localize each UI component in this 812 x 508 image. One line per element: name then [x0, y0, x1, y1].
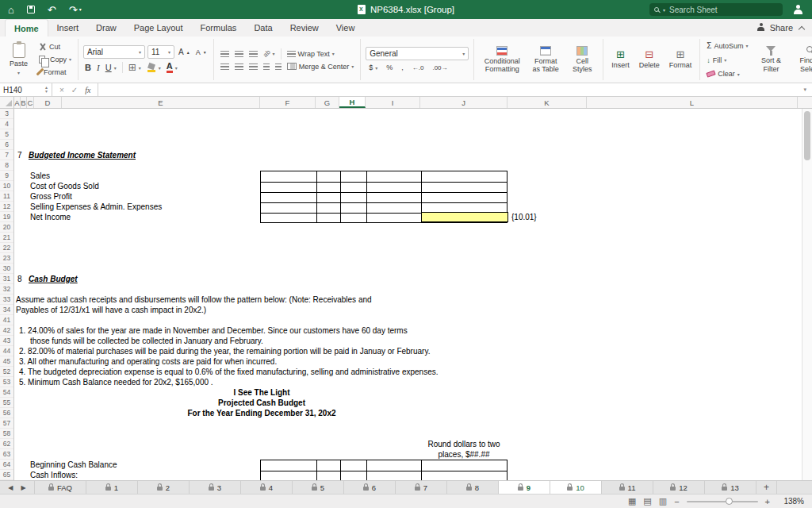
shrink-font-button[interactable]: A▼	[194, 48, 209, 57]
cell-net-income[interactable]: Net Income	[30, 212, 71, 222]
sheet-tab-3[interactable]: 3	[190, 481, 241, 494]
prev-sheet-arrow[interactable]: ◀	[8, 484, 13, 491]
column-header-K[interactable]: K	[508, 97, 587, 108]
column-header-L[interactable]: L	[587, 97, 798, 108]
font-family-select[interactable]: Arial▾	[83, 45, 145, 59]
fill-button[interactable]: ↓Fill▾	[705, 56, 749, 65]
search-dropdown-icon[interactable]: ▾	[663, 7, 665, 13]
sheet-tab-4[interactable]: 4	[241, 481, 293, 494]
cell-cash-title[interactable]: Cash Budget	[29, 274, 78, 284]
conditional-formatting-button[interactable]: Conditional Formatting	[479, 46, 525, 74]
cell-cogs[interactable]: Cost of Goods Sold	[30, 181, 99, 191]
column-header-I[interactable]: I	[366, 97, 420, 108]
next-sheet-arrow[interactable]: ▶	[21, 484, 26, 491]
save-icon[interactable]	[27, 6, 35, 13]
tab-draw[interactable]: Draw	[87, 19, 125, 37]
row-number-56[interactable]: 56	[0, 408, 13, 418]
increase-indent-button[interactable]	[274, 63, 283, 71]
row-number-63[interactable]: 63	[0, 449, 13, 460]
tab-page-layout[interactable]: Page Layout	[125, 19, 192, 37]
comma-button[interactable]: ,	[400, 63, 405, 72]
cell-gross-profit[interactable]: Gross Profit	[30, 191, 72, 202]
borders-button[interactable]: ⊞▾	[127, 61, 143, 74]
sort-filter-button[interactable]: Sort & Filter	[753, 46, 788, 73]
row-number-19[interactable]: 19	[0, 212, 13, 222]
orientation-button[interactable]: ab▾	[262, 49, 277, 58]
sheet-tab-6[interactable]: 6	[344, 481, 396, 494]
row-number-7[interactable]: 7	[0, 150, 13, 160]
row-number-21[interactable]: 21	[0, 233, 13, 243]
cell-income-title[interactable]: Budgeted Income Statement	[29, 150, 136, 160]
font-color-button[interactable]: A▾	[165, 61, 179, 74]
insert-function-icon[interactable]: fx	[85, 86, 90, 94]
row-number-58[interactable]: 58	[0, 429, 13, 439]
expand-formula-bar-icon[interactable]: ▾	[798, 83, 812, 96]
zoom-level[interactable]: 138%	[777, 497, 804, 506]
row-number-22[interactable]: 22	[0, 243, 13, 253]
decrease-decimal-button[interactable]: ←.0	[411, 64, 426, 72]
page-layout-view-icon[interactable]: ▤	[643, 497, 651, 506]
vertical-scrollbar-thumb[interactable]	[804, 111, 810, 160]
column-header-B[interactable]: B	[21, 97, 27, 108]
row-number-55[interactable]: 55	[0, 398, 13, 408]
number-format-select[interactable]: General▾	[366, 47, 469, 60]
row-number-3[interactable]: 3	[0, 109, 13, 119]
cell-intro-line2[interactable]: Payables of 12/31/x1 will have a cash im…	[16, 305, 206, 315]
name-box-stepper[interactable]: ▲▼	[44, 86, 48, 94]
row-number-4[interactable]: 4	[0, 119, 13, 129]
redo-icon[interactable]: ↷▾	[69, 5, 82, 15]
net-income-highlight-cell[interactable]	[421, 212, 508, 222]
name-box[interactable]: H140 ▲▼	[0, 83, 52, 96]
tab-view[interactable]: View	[327, 19, 364, 37]
row-number-5[interactable]: 5	[0, 129, 13, 140]
sheet-tab-9[interactable]: 9	[499, 481, 550, 494]
undo-icon[interactable]: ↶	[48, 5, 56, 15]
cell-round-note-2[interactable]: places, $##.##	[400, 449, 527, 460]
select-all-corner[interactable]	[0, 97, 14, 108]
wrap-text-button[interactable]: Wrap Text▾	[285, 49, 336, 59]
cell-income-number[interactable]: 7	[17, 150, 22, 160]
sheet-tab-8[interactable]: 8	[447, 481, 499, 494]
sheet-tab-FAQ[interactable]: FAQ	[35, 481, 86, 494]
bold-button[interactable]: B	[83, 62, 93, 73]
delete-cells-button[interactable]: ⊟Delete	[636, 49, 663, 69]
cell-note-2[interactable]: 2. 82.00% of material purchases will be …	[19, 346, 430, 356]
cell-cash-inflows[interactable]: Cash Inflows:	[30, 470, 78, 480]
align-right-button[interactable]	[247, 63, 259, 71]
cancel-entry-icon[interactable]: ×	[59, 86, 64, 94]
sheet-tab-7[interactable]: 7	[396, 481, 447, 494]
italic-button[interactable]: I	[95, 62, 102, 73]
copy-button[interactable]: Copy▾	[37, 55, 73, 64]
sheet-tab-11[interactable]: 11	[602, 481, 653, 494]
column-header-J[interactable]: J	[420, 97, 508, 108]
underline-button[interactable]: U▾	[104, 62, 118, 73]
align-center-button[interactable]	[233, 63, 245, 71]
tab-review[interactable]: Review	[282, 19, 327, 37]
cell-intro-line1[interactable]: Assume actual cash receipts and disburse…	[16, 294, 372, 305]
clear-button[interactable]: Clear▾	[705, 69, 749, 79]
align-left-button[interactable]	[219, 63, 231, 71]
row-number-23[interactable]: 23	[0, 253, 13, 264]
format-cells-button[interactable]: ⊞Format	[666, 49, 695, 69]
row-number-12[interactable]: 12	[0, 202, 13, 212]
row-number-10[interactable]: 10	[0, 181, 13, 191]
row-number-11[interactable]: 11	[0, 191, 13, 202]
row-number-54[interactable]: 54	[0, 387, 13, 398]
cell-cash-number[interactable]: 8	[17, 274, 22, 284]
tab-home[interactable]: Home	[5, 19, 48, 37]
align-middle-button[interactable]	[233, 50, 245, 58]
cell-note-3[interactable]: 3. All other manufacturing and operating…	[19, 356, 277, 367]
row-number-33[interactable]: 33	[0, 294, 13, 305]
sheet-tab-1[interactable]: 1	[86, 481, 138, 494]
align-bottom-button[interactable]	[247, 50, 259, 58]
sheet-tab-12[interactable]: 12	[653, 481, 705, 494]
row-number-8[interactable]: 8	[0, 160, 13, 171]
row-number-41[interactable]: 41	[0, 315, 13, 325]
normal-view-icon[interactable]: ▦	[628, 497, 636, 506]
column-header-D[interactable]: D	[34, 97, 62, 108]
merge-center-button[interactable]: Merge & Center▾	[285, 62, 356, 71]
format-painter-button[interactable]: Format	[37, 67, 73, 77]
income-statement-table[interactable]	[260, 171, 508, 223]
row-number-65[interactable]: 65	[0, 470, 13, 480]
row-number-57[interactable]: 57	[0, 418, 13, 429]
